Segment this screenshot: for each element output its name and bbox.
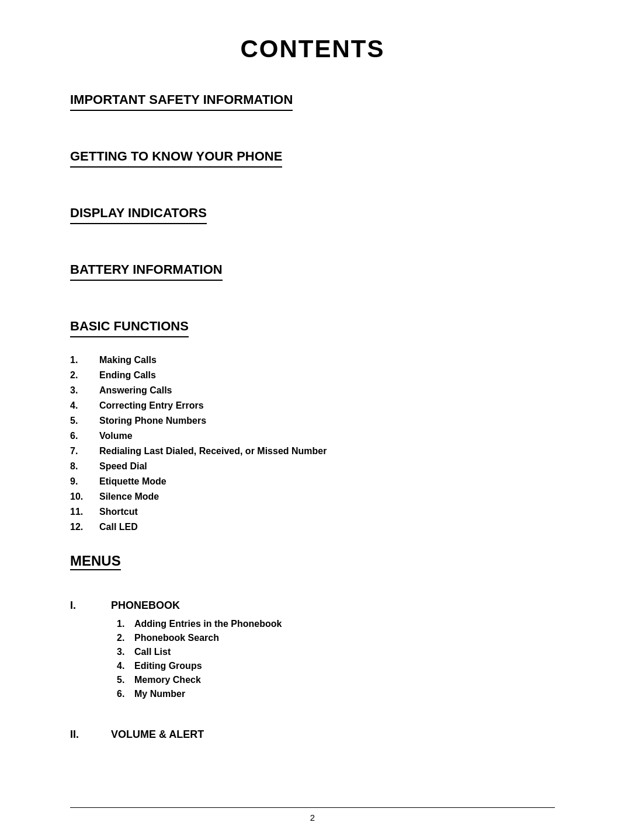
roman-label: PHONEBOOK — [111, 599, 180, 612]
basic-functions-section: BASIC FUNCTIONS 1. Making Calls 2. Endin… — [70, 319, 555, 532]
list-item: 5. Storing Phone Numbers — [70, 416, 555, 426]
item-number: 3. — [70, 385, 99, 396]
item-label: Shortcut — [99, 507, 138, 517]
sub-item-number: 4. — [117, 661, 134, 671]
sub-item-label: My Number — [134, 689, 185, 699]
page-container: CONTENTS IMPORTANT SAFETY INFORMATION GE… — [0, 0, 625, 840]
roman-item-volume: II. VOLUME & ALERT — [70, 729, 555, 741]
item-label: Ending Calls — [99, 370, 156, 381]
sub-item-label: Call List — [134, 647, 171, 657]
know-phone-heading: GETTING TO KNOW YOUR PHONE — [70, 149, 282, 168]
list-item: 4. Correcting Entry Errors — [70, 400, 555, 411]
battery-heading: BATTERY INFORMATION — [70, 262, 223, 281]
list-item: 3. Answering Calls — [70, 385, 555, 396]
item-label: Correcting Entry Errors — [99, 400, 204, 411]
item-label: Answering Calls — [99, 385, 172, 396]
safety-section: IMPORTANT SAFETY INFORMATION — [70, 92, 555, 128]
item-number: 8. — [70, 461, 99, 472]
know-phone-section: GETTING TO KNOW YOUR PHONE — [70, 149, 555, 185]
basic-functions-list: 1. Making Calls 2. Ending Calls 3. Answe… — [70, 355, 555, 532]
list-item: 7. Redialing Last Dialed, Received, or M… — [70, 446, 555, 456]
spacer — [70, 588, 555, 599]
basic-functions-heading: BASIC FUNCTIONS — [70, 319, 189, 337]
list-item: 4. Editing Groups — [117, 661, 555, 671]
phonebook-section: I. PHONEBOOK 1. Adding Entries in the Ph… — [70, 599, 555, 699]
item-number: 1. — [70, 355, 99, 365]
item-number: 12. — [70, 522, 99, 532]
item-number: 4. — [70, 400, 99, 411]
list-item: 12. Call LED — [70, 522, 555, 532]
list-item: 9. Etiquette Mode — [70, 476, 555, 487]
display-heading: DISPLAY INDICATORS — [70, 205, 207, 224]
item-label: Volume — [99, 431, 133, 441]
battery-section: BATTERY INFORMATION — [70, 262, 555, 298]
item-number: 6. — [70, 431, 99, 441]
list-item: 2. Phonebook Search — [117, 633, 555, 643]
sub-item-number: 2. — [117, 633, 134, 643]
sub-item-label: Adding Entries in the Phonebook — [134, 619, 282, 629]
page-number: 2 — [310, 813, 315, 822]
menus-heading: MENUS — [70, 553, 121, 570]
item-label: Etiquette Mode — [99, 476, 166, 487]
list-item: 1. Adding Entries in the Phonebook — [117, 619, 555, 629]
roman-number: I. — [70, 599, 111, 612]
roman-number: II. — [70, 729, 111, 741]
item-label: Call LED — [99, 522, 138, 532]
list-item: 1. Making Calls — [70, 355, 555, 365]
list-item: 3. Call List — [117, 647, 555, 657]
item-number: 10. — [70, 492, 99, 502]
menus-section: MENUS I. PHONEBOOK 1. Adding Entries in … — [70, 553, 555, 741]
sub-item-number: 3. — [117, 647, 134, 657]
top-sections: IMPORTANT SAFETY INFORMATION GETTING TO … — [70, 92, 555, 298]
sub-item-number: 6. — [117, 689, 134, 699]
roman-item-phonebook: I. PHONEBOOK — [70, 599, 555, 612]
item-number: 5. — [70, 416, 99, 426]
sub-item-label: Editing Groups — [134, 661, 202, 671]
list-item: 6. Volume — [70, 431, 555, 441]
page-title: CONTENTS — [70, 35, 555, 63]
list-item: 10. Silence Mode — [70, 492, 555, 502]
item-number: 9. — [70, 476, 99, 487]
roman-label: VOLUME & ALERT — [111, 729, 204, 741]
sub-item-number: 5. — [117, 675, 134, 685]
page-footer: 2 — [70, 807, 555, 822]
item-number: 11. — [70, 507, 99, 517]
item-label: Redialing Last Dialed, Received, or Miss… — [99, 446, 327, 456]
list-item: 2. Ending Calls — [70, 370, 555, 381]
item-label: Speed Dial — [99, 461, 147, 472]
list-item: 5. Memory Check — [117, 675, 555, 685]
list-item: 8. Speed Dial — [70, 461, 555, 472]
list-item: 11. Shortcut — [70, 507, 555, 517]
list-item: 6. My Number — [117, 689, 555, 699]
sub-item-label: Memory Check — [134, 675, 201, 685]
phonebook-list: 1. Adding Entries in the Phonebook 2. Ph… — [70, 619, 555, 699]
display-section: DISPLAY INDICATORS — [70, 205, 555, 242]
item-label: Making Calls — [99, 355, 157, 365]
item-number: 2. — [70, 370, 99, 381]
safety-heading: IMPORTANT SAFETY INFORMATION — [70, 92, 293, 111]
item-number: 7. — [70, 446, 99, 456]
sub-item-label: Phonebook Search — [134, 633, 219, 643]
sub-item-number: 1. — [117, 619, 134, 629]
spacer — [70, 717, 555, 729]
item-label: Storing Phone Numbers — [99, 416, 206, 426]
item-label: Silence Mode — [99, 492, 159, 502]
